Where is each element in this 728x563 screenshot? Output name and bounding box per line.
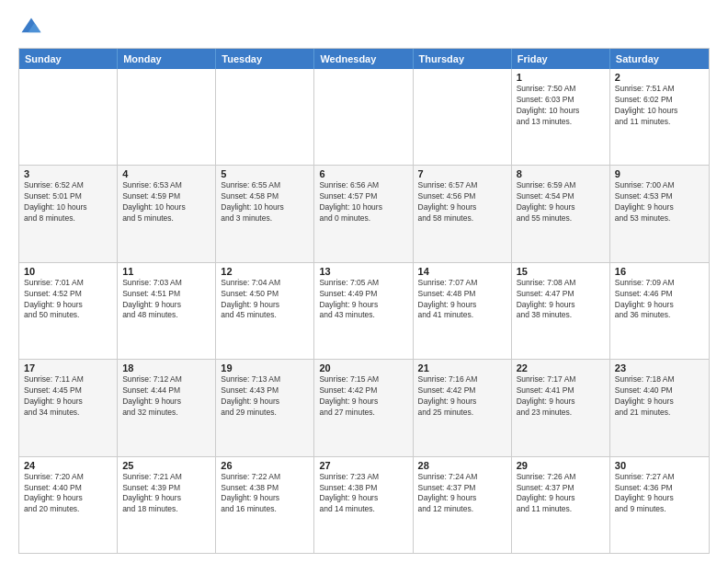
- cal-header-day: Friday: [512, 49, 610, 69]
- calendar-header: SundayMondayTuesdayWednesdayThursdayFrid…: [19, 49, 709, 69]
- calendar-cell: 25Sunrise: 7:21 AM Sunset: 4:39 PM Dayli…: [118, 457, 216, 553]
- cal-header-day: Sunday: [19, 49, 118, 69]
- cell-info: Sunrise: 7:17 AM Sunset: 4:41 PM Dayligh…: [517, 374, 605, 419]
- logo: [18, 15, 48, 40]
- cal-header-day: Saturday: [610, 49, 709, 69]
- cell-info: Sunrise: 7:00 AM Sunset: 4:53 PM Dayligh…: [615, 180, 704, 224]
- cell-info: Sunrise: 7:11 AM Sunset: 4:45 PM Dayligh…: [24, 374, 112, 419]
- calendar-cell: 2Sunrise: 7:51 AM Sunset: 6:02 PM Daylig…: [610, 69, 709, 165]
- calendar-row: 17Sunrise: 7:11 AM Sunset: 4:45 PM Dayli…: [19, 360, 709, 456]
- calendar-cell: 29Sunrise: 7:26 AM Sunset: 4:37 PM Dayli…: [512, 457, 610, 553]
- calendar-cell: 21Sunrise: 7:16 AM Sunset: 4:42 PM Dayli…: [414, 360, 512, 455]
- calendar-cell: 7Sunrise: 6:57 AM Sunset: 4:56 PM Daylig…: [414, 166, 512, 261]
- calendar-cell: 15Sunrise: 7:08 AM Sunset: 4:47 PM Dayli…: [512, 263, 610, 359]
- day-number: 18: [122, 362, 210, 373]
- calendar-cell: 6Sunrise: 6:56 AM Sunset: 4:57 PM Daylig…: [314, 166, 413, 261]
- cell-info: Sunrise: 6:53 AM Sunset: 4:59 PM Dayligh…: [122, 180, 210, 224]
- cell-info: Sunrise: 7:21 AM Sunset: 4:39 PM Dayligh…: [122, 472, 210, 516]
- cell-info: Sunrise: 7:03 AM Sunset: 4:51 PM Dayligh…: [122, 278, 210, 322]
- calendar-cell: 3Sunrise: 6:52 AM Sunset: 5:01 PM Daylig…: [19, 166, 118, 261]
- calendar-cell: [118, 69, 216, 165]
- cal-header-day: Monday: [118, 49, 216, 69]
- day-number: 6: [319, 168, 407, 179]
- day-number: 10: [24, 266, 112, 277]
- calendar-row: 24Sunrise: 7:20 AM Sunset: 4:40 PM Dayli…: [19, 457, 709, 553]
- day-number: 7: [418, 168, 506, 179]
- day-number: 28: [418, 460, 506, 471]
- calendar-cell: 4Sunrise: 6:53 AM Sunset: 4:59 PM Daylig…: [118, 166, 216, 261]
- cell-info: Sunrise: 7:05 AM Sunset: 4:49 PM Dayligh…: [319, 278, 407, 322]
- day-number: 29: [517, 460, 605, 471]
- cell-info: Sunrise: 6:57 AM Sunset: 4:56 PM Dayligh…: [418, 180, 506, 224]
- day-number: 2: [615, 72, 704, 83]
- calendar-cell: [314, 69, 413, 165]
- logo-icon: [18, 15, 44, 40]
- cell-info: Sunrise: 7:26 AM Sunset: 4:37 PM Dayligh…: [517, 472, 605, 516]
- cell-info: Sunrise: 7:50 AM Sunset: 6:03 PM Dayligh…: [517, 84, 605, 128]
- day-number: 19: [221, 362, 309, 373]
- calendar-cell: 26Sunrise: 7:22 AM Sunset: 4:38 PM Dayli…: [216, 457, 314, 553]
- day-number: 5: [221, 168, 309, 179]
- day-number: 11: [122, 266, 210, 277]
- day-number: 24: [24, 460, 112, 471]
- calendar-cell: 10Sunrise: 7:01 AM Sunset: 4:52 PM Dayli…: [19, 263, 118, 359]
- calendar-row: 1Sunrise: 7:50 AM Sunset: 6:03 PM Daylig…: [19, 69, 709, 166]
- day-number: 27: [319, 460, 407, 471]
- cal-header-day: Thursday: [414, 49, 512, 69]
- calendar-cell: 17Sunrise: 7:11 AM Sunset: 4:45 PM Dayli…: [19, 360, 118, 455]
- cell-info: Sunrise: 7:22 AM Sunset: 4:38 PM Dayligh…: [221, 472, 309, 516]
- calendar-row: 3Sunrise: 6:52 AM Sunset: 5:01 PM Daylig…: [19, 166, 709, 262]
- calendar-cell: 27Sunrise: 7:23 AM Sunset: 4:38 PM Dayli…: [314, 457, 413, 553]
- cell-info: Sunrise: 7:01 AM Sunset: 4:52 PM Dayligh…: [24, 278, 112, 322]
- cell-info: Sunrise: 7:07 AM Sunset: 4:48 PM Dayligh…: [418, 278, 506, 322]
- calendar-cell: 13Sunrise: 7:05 AM Sunset: 4:49 PM Dayli…: [314, 263, 413, 359]
- calendar-cell: 23Sunrise: 7:18 AM Sunset: 4:40 PM Dayli…: [610, 360, 709, 455]
- calendar-cell: 22Sunrise: 7:17 AM Sunset: 4:41 PM Dayli…: [512, 360, 610, 455]
- cell-info: Sunrise: 7:16 AM Sunset: 4:42 PM Dayligh…: [418, 374, 506, 419]
- day-number: 14: [418, 266, 506, 277]
- day-number: 3: [24, 168, 112, 179]
- calendar-row: 10Sunrise: 7:01 AM Sunset: 4:52 PM Dayli…: [19, 263, 709, 360]
- calendar-cell: 28Sunrise: 7:24 AM Sunset: 4:37 PM Dayli…: [414, 457, 512, 553]
- calendar-cell: 24Sunrise: 7:20 AM Sunset: 4:40 PM Dayli…: [19, 457, 118, 553]
- day-number: 22: [517, 362, 605, 373]
- cell-info: Sunrise: 7:12 AM Sunset: 4:44 PM Dayligh…: [122, 374, 210, 419]
- calendar-cell: 11Sunrise: 7:03 AM Sunset: 4:51 PM Dayli…: [118, 263, 216, 359]
- day-number: 16: [615, 266, 704, 277]
- cell-info: Sunrise: 7:23 AM Sunset: 4:38 PM Dayligh…: [319, 472, 407, 516]
- cell-info: Sunrise: 6:56 AM Sunset: 4:57 PM Dayligh…: [319, 180, 407, 224]
- cell-info: Sunrise: 7:04 AM Sunset: 4:50 PM Dayligh…: [221, 278, 309, 322]
- cell-info: Sunrise: 7:27 AM Sunset: 4:36 PM Dayligh…: [615, 472, 704, 516]
- calendar-cell: 14Sunrise: 7:07 AM Sunset: 4:48 PM Dayli…: [414, 263, 512, 359]
- cell-info: Sunrise: 7:18 AM Sunset: 4:40 PM Dayligh…: [615, 374, 704, 419]
- day-number: 8: [517, 168, 605, 179]
- calendar-cell: 8Sunrise: 6:59 AM Sunset: 4:54 PM Daylig…: [512, 166, 610, 261]
- calendar-cell: [19, 69, 118, 165]
- cell-info: Sunrise: 7:24 AM Sunset: 4:37 PM Dayligh…: [418, 472, 506, 516]
- cal-header-day: Tuesday: [216, 49, 314, 69]
- day-number: 23: [615, 362, 704, 373]
- day-number: 26: [221, 460, 309, 471]
- calendar-cell: 30Sunrise: 7:27 AM Sunset: 4:36 PM Dayli…: [610, 457, 709, 553]
- calendar-body: 1Sunrise: 7:50 AM Sunset: 6:03 PM Daylig…: [19, 69, 709, 553]
- cell-info: Sunrise: 7:20 AM Sunset: 4:40 PM Dayligh…: [24, 472, 112, 516]
- cell-info: Sunrise: 6:55 AM Sunset: 4:58 PM Dayligh…: [221, 180, 309, 224]
- day-number: 4: [122, 168, 210, 179]
- calendar-cell: 12Sunrise: 7:04 AM Sunset: 4:50 PM Dayli…: [216, 263, 314, 359]
- cell-info: Sunrise: 7:13 AM Sunset: 4:43 PM Dayligh…: [221, 374, 309, 419]
- day-number: 9: [615, 168, 704, 179]
- day-number: 30: [615, 460, 704, 471]
- calendar-cell: [216, 69, 314, 165]
- cell-info: Sunrise: 7:09 AM Sunset: 4:46 PM Dayligh…: [615, 278, 704, 322]
- day-number: 13: [319, 266, 407, 277]
- header: [18, 15, 710, 40]
- calendar-cell: [414, 69, 512, 165]
- cell-info: Sunrise: 7:15 AM Sunset: 4:42 PM Dayligh…: [319, 374, 407, 419]
- cell-info: Sunrise: 6:59 AM Sunset: 4:54 PM Dayligh…: [517, 180, 605, 224]
- day-number: 25: [122, 460, 210, 471]
- day-number: 17: [24, 362, 112, 373]
- calendar-cell: 9Sunrise: 7:00 AM Sunset: 4:53 PM Daylig…: [610, 166, 709, 261]
- calendar-cell: 20Sunrise: 7:15 AM Sunset: 4:42 PM Dayli…: [314, 360, 413, 455]
- day-number: 20: [319, 362, 407, 373]
- page: SundayMondayTuesdayWednesdayThursdayFrid…: [0, 0, 728, 563]
